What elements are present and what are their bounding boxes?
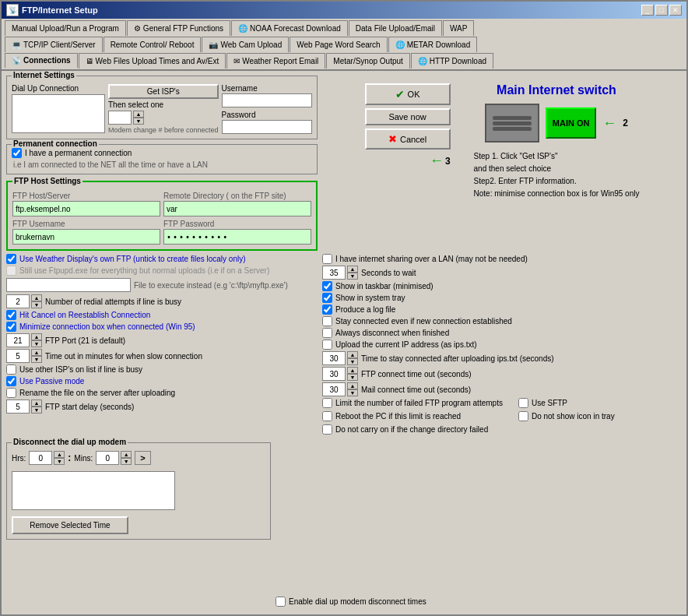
right-panel: ✔ OK Save now ✖ Cancel ← 3 — [322, 76, 682, 251]
produce-log-checkbox[interactable] — [322, 304, 332, 315]
lan-sharing-checkbox[interactable] — [322, 254, 332, 264]
ftp-start-input[interactable] — [6, 400, 30, 414]
use-wd-ftp-checkbox[interactable] — [6, 254, 16, 264]
mins-input[interactable] — [96, 451, 119, 465]
tab-web-files[interactable]: 🖥 Web Files Upload Times and Av/Ext — [79, 53, 226, 69]
time-stay-spin-down[interactable]: ▼ — [347, 358, 358, 365]
ftp-start-delay-row: ▲ ▼ FTP start delay (seconds) — [6, 400, 318, 414]
cancel-button[interactable]: ✖ Cancel — [365, 128, 451, 150]
redial-spin-up[interactable]: ▲ — [31, 294, 42, 301]
no-carry-on-checkbox[interactable] — [322, 424, 332, 435]
tab-metar-synop[interactable]: Metar/Synop Output — [326, 53, 410, 69]
time-stay-spin-up[interactable]: ▲ — [347, 351, 358, 358]
tab-word-search[interactable]: Web Page Word Search — [290, 37, 387, 52]
tab-http-dl[interactable]: 🌐 HTTP Download — [411, 53, 493, 69]
mail-connect-input[interactable] — [322, 382, 346, 396]
ftp-password-input[interactable] — [163, 229, 311, 245]
ftp-remote-dir-input[interactable] — [163, 201, 311, 216]
ftp-username-input[interactable] — [12, 229, 160, 245]
hrs-spin-down[interactable]: ▼ — [54, 458, 65, 465]
timeout-input[interactable] — [6, 349, 30, 363]
timeout-spin-up[interactable]: ▲ — [31, 349, 42, 356]
mins-spin-down[interactable]: ▼ — [121, 458, 132, 465]
ftp-connect-spin-down[interactable]: ▼ — [347, 374, 358, 381]
other-isp-checkbox[interactable] — [6, 364, 16, 375]
upload-ip-checkbox[interactable] — [322, 340, 332, 350]
hrs-input[interactable] — [29, 451, 52, 465]
time-row: Hrs: ▲ ▼ : Mins: — [12, 451, 265, 465]
switch-row: MAIN ON ← 2 — [474, 104, 640, 143]
ftp-port-input[interactable] — [6, 333, 30, 347]
ftp-start-spin-up[interactable]: ▲ — [31, 400, 42, 407]
close-button[interactable]: ✕ — [669, 5, 682, 16]
time-stay-spinbox: ▲ ▼ — [322, 351, 358, 365]
tab-weather-email[interactable]: ✉ Weather Report Email — [226, 53, 325, 69]
ftp-host-input[interactable] — [12, 201, 160, 216]
tab-general-ftp[interactable]: ⚙ General FTP Functions — [127, 20, 230, 36]
rename-file-checkbox[interactable] — [6, 388, 16, 398]
use-ftpupd-checkbox[interactable] — [6, 266, 16, 276]
use-sftp-checkbox[interactable] — [518, 398, 528, 408]
minimize-button[interactable]: _ — [641, 5, 654, 16]
ftp-port-spin-up[interactable]: ▲ — [31, 333, 42, 340]
hit-cancel-checkbox[interactable] — [6, 310, 16, 320]
spin-down[interactable]: ▼ — [133, 118, 144, 125]
tab-metar-dl[interactable]: 🌐 METAR Download — [388, 37, 478, 52]
redial-spin-down[interactable]: ▼ — [31, 301, 42, 308]
tab-wap[interactable]: WAP — [443, 20, 474, 36]
hrs-spin-up[interactable]: ▲ — [54, 451, 65, 458]
dial-spinbox[interactable]: 13 — [108, 111, 132, 125]
maximize-button[interactable]: □ — [655, 5, 668, 16]
get-isp-button[interactable]: Get ISP's — [108, 84, 219, 99]
stay-connected-checkbox[interactable] — [322, 316, 332, 326]
ftp-connect-spin-up[interactable]: ▲ — [347, 367, 358, 374]
remove-selected-button[interactable]: Remove Selected Time — [12, 516, 128, 534]
other-isp-row: Use other ISP's on list if line is busy — [6, 364, 318, 375]
tab-noaa[interactable]: 🌐 NOAA Forecast Download — [231, 20, 348, 36]
tab-webcam[interactable]: 📷 Web Cam Upload — [202, 37, 289, 52]
show-taskbar-checkbox[interactable] — [322, 281, 332, 291]
tab-connections[interactable]: 📡 Connections — [5, 53, 78, 69]
spin-up[interactable]: ▲ — [133, 111, 144, 118]
always-disconnect-checkbox[interactable] — [322, 328, 332, 338]
tab-manual-upload[interactable]: Manual Upload/Run a Program — [5, 20, 126, 36]
mins-spin-up[interactable]: ▲ — [121, 451, 132, 458]
tab-data-file[interactable]: Data File Upload/Email — [349, 20, 442, 36]
always-disconnect-label: Always disconnect when finished — [335, 329, 449, 337]
timeout-spin-down[interactable]: ▼ — [31, 356, 42, 363]
tab-remote-control[interactable]: Remote Control/ Reboot — [104, 37, 202, 52]
username-input[interactable] — [222, 93, 312, 107]
seconds-wait-spin-down[interactable]: ▼ — [347, 273, 358, 280]
app-icon: 📡 — [6, 4, 19, 16]
time-list[interactable] — [12, 471, 175, 510]
ftp-port-spinbox: ▲ ▼ — [6, 333, 42, 347]
mail-connect-spin-down[interactable]: ▼ — [347, 389, 358, 396]
ftp-port-spin-down[interactable]: ▼ — [31, 340, 42, 347]
seconds-wait-input[interactable] — [322, 266, 346, 280]
password-input[interactable] — [222, 120, 312, 134]
execute-input[interactable] — [6, 278, 131, 292]
main-on-button[interactable]: MAIN ON — [546, 107, 596, 139]
enable-disconnect-checkbox[interactable] — [276, 597, 286, 607]
seconds-wait-spin-up[interactable]: ▲ — [347, 266, 358, 273]
save-now-button[interactable]: Save now — [365, 108, 451, 125]
redial-input[interactable] — [6, 294, 30, 308]
rename-file-row: Rename the file on the server after uplo… — [6, 388, 318, 398]
internet-settings-title: Internet Settings — [12, 71, 76, 79]
dial-up-list[interactable] — [12, 94, 105, 133]
minimize-checkbox[interactable] — [6, 322, 16, 332]
show-tray-checkbox[interactable] — [322, 293, 332, 303]
ok-button[interactable]: ✔ OK — [365, 83, 451, 105]
ftp-start-spin-down[interactable]: ▼ — [31, 407, 42, 414]
passive-mode-checkbox[interactable] — [6, 376, 16, 386]
time-stay-input[interactable] — [322, 351, 346, 365]
ftp-connect-input[interactable] — [322, 367, 346, 381]
perm-connection-checkbox[interactable] — [12, 148, 22, 158]
mail-connect-spin-up[interactable]: ▲ — [347, 382, 358, 389]
tab-tcpip[interactable]: 💻 TCP/IP Client/Server — [5, 37, 103, 52]
limit-failed-checkbox[interactable] — [322, 398, 332, 408]
add-time-button[interactable]: > — [135, 451, 150, 465]
reboot-limit-checkbox[interactable] — [322, 411, 332, 421]
no-show-icon-checkbox[interactable] — [518, 411, 528, 421]
show-tray-row: Show in system tray — [322, 293, 682, 303]
